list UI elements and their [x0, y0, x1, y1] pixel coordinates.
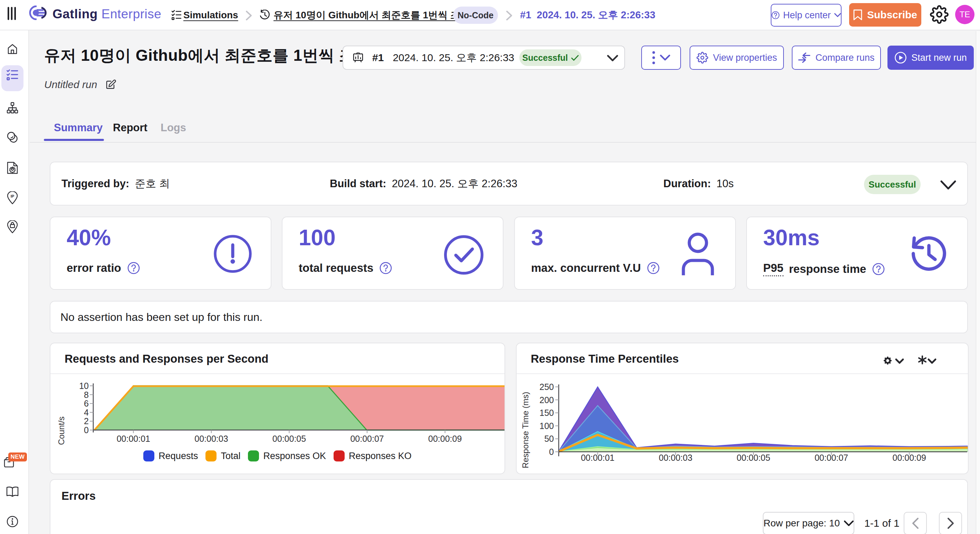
svg-text:00:00:07: 00:00:07 [350, 434, 383, 443]
svg-text:8: 8 [84, 390, 89, 400]
svg-text:10: 10 [79, 381, 89, 391]
svg-text:00:00:01: 00:00:01 [117, 434, 150, 443]
svg-text:00:00:01: 00:00:01 [581, 453, 614, 462]
svg-text:00:00:09: 00:00:09 [428, 434, 462, 443]
svg-text:100: 100 [539, 421, 554, 431]
svg-text:2: 2 [84, 416, 89, 426]
svg-text:0: 0 [84, 425, 89, 435]
svg-text:200: 200 [539, 395, 554, 405]
svg-text:6: 6 [84, 399, 89, 408]
svg-text:00:00:07: 00:00:07 [815, 453, 848, 462]
svg-text:150: 150 [539, 408, 554, 418]
svg-text:50: 50 [544, 434, 554, 443]
svg-text:250: 250 [539, 382, 554, 392]
svg-text:00:00:05: 00:00:05 [737, 453, 770, 462]
svg-text:4: 4 [84, 408, 89, 417]
svg-text:0: 0 [549, 447, 554, 457]
svg-text:00:00:09: 00:00:09 [892, 453, 926, 462]
svg-text:Count/s: Count/s [57, 416, 66, 445]
svg-text:IP: IP [11, 194, 14, 198]
svg-text:00:00:03: 00:00:03 [659, 453, 692, 462]
svg-text:00:00:05: 00:00:05 [272, 434, 306, 443]
svg-text:00:00:03: 00:00:03 [194, 434, 228, 443]
svg-text:Response Time (ms): Response Time (ms) [521, 392, 530, 468]
